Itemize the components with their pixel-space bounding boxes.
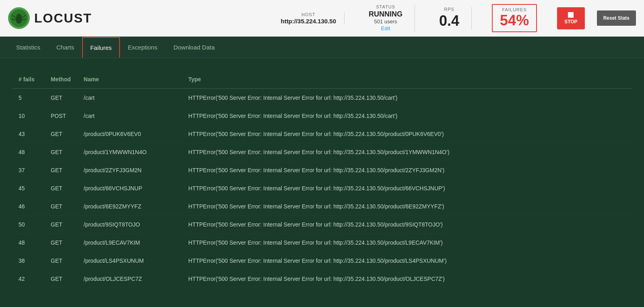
table-row: 48 GET /product/L9ECAV7KIM HTTPError('50… <box>12 234 632 252</box>
cell-method: POST <box>44 107 77 125</box>
cell-type: HTTPError('500 Server Error: Internal Se… <box>182 270 632 288</box>
header: LOCUST HOST http://35.224.130.50 STATUS … <box>0 0 644 37</box>
table-row: 38 GET /product/LS4PSXUNUM HTTPError('50… <box>12 252 632 270</box>
cell-name: /cart <box>77 107 182 125</box>
col-header-name: Name <box>77 70 182 89</box>
cell-name: /product/L9ECAV7KIM <box>77 234 182 252</box>
cell-method: GET <box>44 234 77 252</box>
cell-fails: 48 <box>12 143 44 161</box>
cell-fails: 37 <box>12 161 44 179</box>
cell-name: /product/1YMWWN1N4O <box>77 143 182 161</box>
table-row: 45 GET /product/66VCHSJNUP HTTPError('50… <box>12 179 632 198</box>
cell-fails: 10 <box>12 107 44 125</box>
failures-stat: FAILURES 54% <box>492 4 537 32</box>
cell-name: /cart <box>77 89 182 107</box>
cell-fails: 50 <box>12 216 44 234</box>
table-body: 5 GET /cart HTTPError('500 Server Error:… <box>12 89 632 288</box>
cell-type: HTTPError('500 Server Error: Internal Se… <box>182 216 632 234</box>
cell-type: HTTPError('500 Server Error: Internal Se… <box>182 89 632 107</box>
tab-exceptions[interactable]: Exceptions <box>120 37 165 58</box>
status-value: RUNNING <box>369 10 402 19</box>
svg-line-6 <box>12 19 16 20</box>
cell-name: /product/0PUK6V6EV0 <box>77 125 182 143</box>
cell-name: /product/6E92ZMYYFZ <box>77 198 182 216</box>
cell-type: HTTPError('500 Server Error: Internal Se… <box>182 179 632 198</box>
failures-label: FAILURES <box>500 7 529 12</box>
table-row: 42 GET /product/OLJCESPC7Z HTTPError('50… <box>12 270 632 288</box>
cell-fails: 38 <box>12 252 44 270</box>
cell-type: HTTPError('500 Server Error: Internal Se… <box>182 234 632 252</box>
cell-method: GET <box>44 161 77 179</box>
tab-failures[interactable]: Failures <box>82 37 120 58</box>
failures-table: # fails Method Name Type 5 GET /cart HTT… <box>12 70 632 288</box>
status-stat: STATUS RUNNING 501 users Edit <box>357 4 415 32</box>
table-row: 10 POST /cart HTTPError('500 Server Erro… <box>12 107 632 125</box>
logo-text: LOCUST <box>34 11 92 26</box>
tab-charts[interactable]: Charts <box>48 37 82 58</box>
col-header-method: Method <box>44 70 77 89</box>
cell-method: GET <box>44 252 77 270</box>
rps-value: 0.4 <box>439 12 459 29</box>
stop-label: STOP <box>564 19 577 25</box>
host-stat: HOST http://35.224.130.50 <box>272 12 345 25</box>
table-row: 48 GET /product/1YMWWN1N4O HTTPError('50… <box>12 143 632 161</box>
cell-type: HTTPError('500 Server Error: Internal Se… <box>182 125 632 143</box>
cell-name: /product/9SIQT8TOJO <box>77 216 182 234</box>
cell-name: /product/66VCHSJNUP <box>77 179 182 198</box>
cell-name: /product/LS4PSXUNUM <box>77 252 182 270</box>
reset-stats-button[interactable]: Reset Stats <box>597 10 636 26</box>
cell-method: GET <box>44 270 77 288</box>
cell-fails: 46 <box>12 198 44 216</box>
cell-type: HTTPError('500 Server Error: Internal Se… <box>182 198 632 216</box>
host-value: http://35.224.130.50 <box>281 18 336 25</box>
table-row: 50 GET /product/9SIQT8TOJO HTTPError('50… <box>12 216 632 234</box>
cell-fails: 45 <box>12 179 44 198</box>
tab-download-data[interactable]: Download Data <box>165 37 223 58</box>
cell-method: GET <box>44 143 77 161</box>
cell-method: GET <box>44 179 77 198</box>
logo-area: LOCUST <box>8 7 92 29</box>
cell-type: HTTPError('500 Server Error: Internal Se… <box>182 107 632 125</box>
cell-fails: 42 <box>12 270 44 288</box>
status-label: STATUS <box>369 4 402 9</box>
table-row: 43 GET /product/0PUK6V6EV0 HTTPError('50… <box>12 125 632 143</box>
cell-name: /product/2ZYFJ3GM2N <box>77 161 182 179</box>
svg-line-7 <box>22 19 26 20</box>
col-header-fails: # fails <box>12 70 44 89</box>
svg-point-3 <box>17 14 21 19</box>
host-label: HOST <box>281 12 336 17</box>
locust-logo-icon <box>8 7 30 29</box>
cell-fails: 43 <box>12 125 44 143</box>
table-header: # fails Method Name Type <box>12 70 632 89</box>
stop-button[interactable]: STOP <box>557 7 584 29</box>
table-row: 5 GET /cart HTTPError('500 Server Error:… <box>12 89 632 107</box>
failures-value: 54% <box>500 12 529 29</box>
cell-method: GET <box>44 216 77 234</box>
rps-stat: RPS 0.4 <box>427 7 472 29</box>
cell-fails: 48 <box>12 234 44 252</box>
table-row: 37 GET /product/2ZYFJ3GM2N HTTPError('50… <box>12 161 632 179</box>
tab-statistics[interactable]: Statistics <box>8 37 48 58</box>
status-users: 501 users <box>369 19 402 25</box>
content-area: # fails Method Name Type 5 GET /cart HTT… <box>0 58 644 296</box>
cell-type: HTTPError('500 Server Error: Internal Se… <box>182 161 632 179</box>
rps-label: RPS <box>439 7 459 12</box>
cell-method: GET <box>44 198 77 216</box>
cell-method: GET <box>44 125 77 143</box>
cell-fails: 5 <box>12 89 44 107</box>
cell-name: /product/OLJCESPC7Z <box>77 270 182 288</box>
col-header-type: Type <box>182 70 632 89</box>
edit-link[interactable]: Edit <box>381 25 390 31</box>
navigation: Statistics Charts Failures Exceptions Do… <box>0 37 644 58</box>
cell-type: HTTPError('500 Server Error: Internal Se… <box>182 143 632 161</box>
cell-type: HTTPError('500 Server Error: Internal Se… <box>182 252 632 270</box>
stop-icon <box>568 12 574 18</box>
table-row: 46 GET /product/6E92ZMYYFZ HTTPError('50… <box>12 198 632 216</box>
cell-method: GET <box>44 89 77 107</box>
